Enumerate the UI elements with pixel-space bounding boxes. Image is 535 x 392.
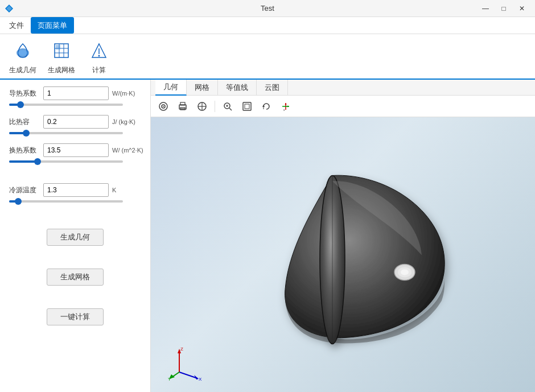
menu-page[interactable]: 页面菜单 (31, 17, 74, 34)
mesh-icon (52, 42, 71, 60)
gen-mesh-button[interactable]: 生成网格 (47, 269, 104, 286)
window-title: Test (261, 4, 274, 13)
svg-rect-27 (243, 102, 251, 110)
svg-text:X: X (199, 377, 202, 381)
view-toolbar: x (151, 96, 535, 117)
menu-file[interactable]: 文件 (2, 17, 31, 34)
svg-rect-28 (245, 104, 249, 109)
specific-heat-slider-thumb[interactable] (23, 130, 30, 137)
3d-shape (225, 135, 499, 365)
geometry-icon (14, 42, 32, 60)
generate-geometry-icon-bg (10, 38, 35, 63)
title-bar: Test — □ ✕ (0, 0, 535, 17)
coordinate-axes: Z X Y (168, 346, 202, 381)
svg-rect-9 (56, 45, 60, 49)
specific-heat-label: 比热容 (9, 117, 40, 127)
conductivity-group: 导热系数 W/(m·K) (9, 86, 141, 106)
heat-transfer-slider-fill (9, 160, 38, 163)
3d-object-svg (225, 135, 499, 363)
gen-geometry-button[interactable]: 生成几何 (47, 229, 104, 246)
title-bar-controls: — □ ✕ (477, 0, 530, 17)
rotate-icon (261, 101, 271, 112)
conductivity-input[interactable] (43, 86, 109, 100)
specific-heat-input[interactable] (43, 115, 109, 129)
svg-text:Z: Z (180, 346, 183, 352)
print-button[interactable] (175, 98, 191, 114)
toolbar-separator-1 (215, 101, 215, 112)
conductivity-unit: W/(m·K) (112, 90, 135, 97)
heat-transfer-group: 换热系数 W/ (m^2·K) (9, 143, 141, 163)
generate-geometry-label: 生成几何 (9, 65, 36, 75)
svg-line-24 (229, 108, 232, 110)
tab-geometry[interactable]: 几何 (155, 80, 187, 96)
app-icon (5, 4, 14, 13)
measure-button[interactable] (194, 98, 210, 114)
svg-marker-33 (285, 103, 287, 105)
conductivity-label: 导热系数 (9, 89, 40, 98)
calc-icon (90, 42, 108, 60)
cold-temp-slider-track (9, 200, 123, 203)
svg-text:x: x (283, 108, 285, 112)
svg-point-41 (401, 269, 409, 275)
zoom-in-button[interactable] (220, 98, 236, 114)
svg-point-12 (98, 55, 100, 56)
heat-transfer-input[interactable] (43, 143, 109, 157)
camera-button[interactable] (155, 98, 171, 114)
spacer2 (9, 212, 141, 220)
axes-toggle-icon: x (281, 101, 291, 112)
svg-text:Y: Y (168, 377, 171, 381)
conductivity-slider-track (9, 104, 123, 106)
viewport[interactable]: Z X Y (151, 117, 535, 392)
menu-bar: 文件 页面菜单 (0, 17, 535, 34)
cold-temp-group: 冷源温度 K (9, 183, 141, 203)
one-click-calc-button[interactable]: 一键计算 (47, 308, 104, 325)
minimize-button[interactable]: — (477, 0, 494, 17)
cold-temp-label: 冷源温度 (9, 185, 40, 195)
heat-transfer-slider-track (9, 160, 123, 163)
heat-transfer-slider-thumb[interactable] (34, 158, 41, 165)
spacer (9, 172, 141, 174)
conductivity-row: 导热系数 W/(m·K) (9, 86, 141, 100)
maximize-button[interactable]: □ (495, 0, 512, 17)
axes-svg: Z X Y (168, 346, 202, 381)
svg-marker-34 (287, 105, 289, 107)
measure-icon (197, 101, 207, 112)
title-bar-left (5, 4, 14, 13)
heat-transfer-label: 换热系数 (9, 146, 40, 155)
zoom-in-icon (223, 101, 233, 112)
specific-heat-unit: J/ (kg·K) (112, 118, 135, 125)
main-area: 导热系数 W/(m·K) 比热容 J/ (kg·K) (0, 80, 535, 392)
svg-point-15 (163, 106, 164, 107)
ribbon-generate-mesh[interactable]: 生成网格 (48, 38, 75, 75)
calculate-icon-bg (87, 38, 112, 63)
close-button[interactable]: ✕ (513, 0, 530, 17)
cold-temp-input[interactable] (43, 183, 109, 197)
calculate-label: 计算 (92, 65, 106, 75)
tab-mesh[interactable]: 网格 (187, 80, 218, 96)
cold-temp-slider-thumb[interactable] (15, 198, 22, 205)
svg-point-3 (18, 50, 27, 56)
print-icon (178, 101, 188, 112)
specific-heat-group: 比热容 J/ (kg·K) (9, 115, 141, 134)
ribbon-generate-geometry[interactable]: 生成几何 (9, 38, 36, 75)
specific-heat-slider-track (9, 132, 123, 134)
ribbon: 生成几何 生成网格 计算 (0, 34, 535, 80)
conductivity-slider-thumb[interactable] (17, 101, 24, 108)
rotate-button[interactable] (258, 98, 274, 114)
heat-transfer-row: 换热系数 W/ (m^2·K) (9, 143, 141, 157)
specific-heat-row: 比热容 J/ (kg·K) (9, 115, 141, 129)
tab-contour[interactable]: 等值线 (218, 80, 257, 96)
ribbon-calculate[interactable]: 计算 (87, 38, 112, 75)
btn-spacer1 (9, 255, 141, 259)
heat-transfer-unit: W/ (m^2·K) (112, 147, 143, 154)
generate-mesh-label: 生成网格 (48, 65, 75, 75)
generate-mesh-icon-bg (49, 38, 74, 63)
cold-temp-row: 冷源温度 K (9, 183, 141, 197)
fit-button[interactable] (239, 98, 255, 114)
tab-cloud[interactable]: 云图 (257, 80, 288, 96)
camera-icon (158, 101, 168, 112)
svg-line-45 (179, 372, 197, 378)
right-panel: 几何 网格 等值线 云图 (151, 80, 535, 392)
axes-toggle-button[interactable]: x (278, 98, 294, 114)
fit-icon (242, 101, 252, 112)
